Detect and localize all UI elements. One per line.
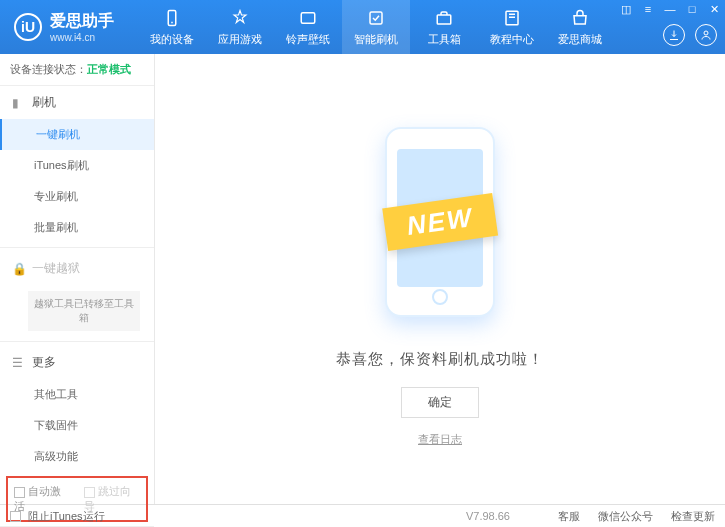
svg-rect-3: [370, 12, 382, 24]
hero-graphic: NEW: [340, 112, 540, 332]
phone-small-icon: ▮: [12, 96, 26, 110]
list-icon: ☰: [12, 356, 26, 370]
nav-ringtones[interactable]: 铃声壁纸: [274, 0, 342, 54]
book-icon: [502, 8, 522, 28]
app-name: 爱思助手: [50, 11, 114, 32]
logo-icon: iU: [14, 13, 42, 41]
sidebar-section-flash[interactable]: ▮刷机: [0, 86, 154, 119]
success-message: 恭喜您，保资料刷机成功啦！: [336, 350, 544, 369]
user-icon[interactable]: [695, 24, 717, 46]
maximize-icon[interactable]: □: [685, 2, 699, 16]
top-nav: 我的设备 应用游戏 铃声壁纸 智能刷机 工具箱 教程中心 爱思商城: [138, 0, 614, 54]
window-controls: ◫ ≡ — □ ✕: [619, 2, 721, 16]
sidebar-item-pro[interactable]: 专业刷机: [0, 181, 154, 212]
skin-icon[interactable]: ◫: [619, 2, 633, 16]
app-url: www.i4.cn: [50, 32, 114, 43]
image-icon: [298, 8, 318, 28]
footer-update[interactable]: 检查更新: [671, 509, 715, 524]
nav-toolbox[interactable]: 工具箱: [410, 0, 478, 54]
menu-icon[interactable]: ≡: [641, 2, 655, 16]
refresh-icon: [366, 8, 386, 28]
main-content: NEW 恭喜您，保资料刷机成功啦！ 确定 查看日志: [155, 54, 725, 504]
svg-point-8: [704, 31, 708, 35]
sidebar-item-batch[interactable]: 批量刷机: [0, 212, 154, 243]
version-label: V7.98.66: [466, 510, 510, 522]
app-logo: iU 爱思助手 www.i4.cn: [0, 11, 128, 43]
minimize-icon[interactable]: —: [663, 2, 677, 16]
phone-icon: [162, 8, 182, 28]
checkbox-block-itunes[interactable]: 阻止iTunes运行: [10, 509, 105, 524]
sidebar-item-othertools[interactable]: 其他工具: [0, 379, 154, 410]
ok-button[interactable]: 确定: [401, 387, 479, 418]
titlebar: iU 爱思助手 www.i4.cn 我的设备 应用游戏 铃声壁纸 智能刷机 工具…: [0, 0, 725, 54]
connection-status: 设备连接状态：正常模式: [0, 54, 154, 86]
user-actions: [663, 24, 717, 46]
nav-tutorials[interactable]: 教程中心: [478, 0, 546, 54]
sidebar: 设备连接状态：正常模式 ▮刷机 一键刷机 iTunes刷机 专业刷机 批量刷机 …: [0, 54, 155, 504]
footer-support[interactable]: 客服: [558, 509, 580, 524]
store-icon: [570, 8, 590, 28]
nav-my-device[interactable]: 我的设备: [138, 0, 206, 54]
sidebar-item-download-fw[interactable]: 下载固件: [0, 410, 154, 441]
footer-wechat[interactable]: 微信公众号: [598, 509, 653, 524]
nav-flash[interactable]: 智能刷机: [342, 0, 410, 54]
download-icon[interactable]: [663, 24, 685, 46]
app-icon: [230, 8, 250, 28]
svg-rect-4: [437, 15, 451, 24]
nav-store[interactable]: 爱思商城: [546, 0, 614, 54]
jailbreak-note: 越狱工具已转移至工具箱: [28, 291, 140, 331]
sidebar-section-more[interactable]: ☰更多: [0, 346, 154, 379]
svg-rect-2: [301, 12, 315, 23]
lock-icon: 🔒: [12, 262, 26, 276]
close-icon[interactable]: ✕: [707, 2, 721, 16]
view-log-link[interactable]: 查看日志: [418, 432, 462, 447]
sidebar-item-advanced[interactable]: 高级功能: [0, 441, 154, 472]
status-mode: 正常模式: [87, 63, 131, 75]
sidebar-item-oneclick[interactable]: 一键刷机: [0, 119, 154, 150]
sidebar-section-jailbreak: 🔒一键越狱: [0, 252, 154, 285]
toolbox-icon: [434, 8, 454, 28]
nav-apps[interactable]: 应用游戏: [206, 0, 274, 54]
sidebar-item-itunes[interactable]: iTunes刷机: [0, 150, 154, 181]
